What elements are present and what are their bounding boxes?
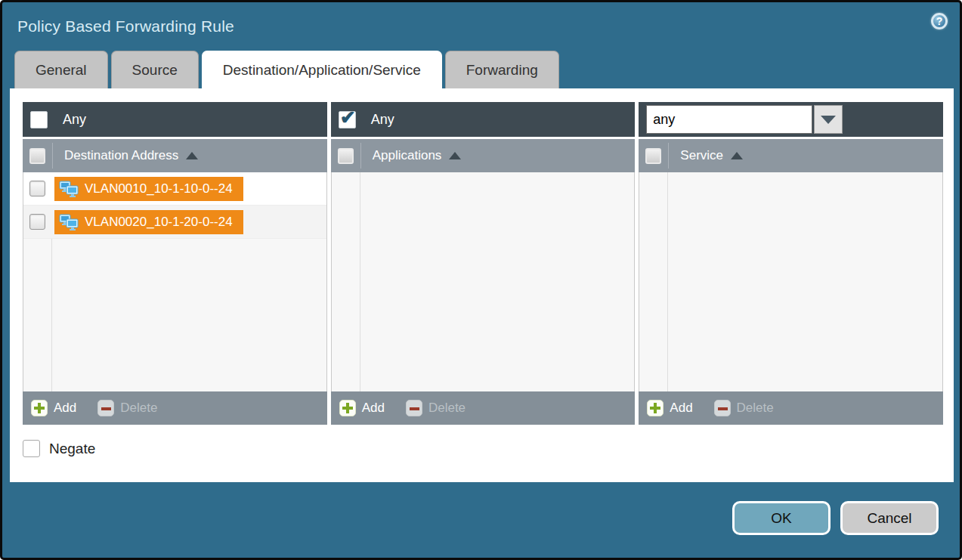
network-address-icon — [59, 181, 79, 197]
destination-footer-bar: Add Delete — [23, 391, 327, 425]
sort-ascending-icon[interactable] — [186, 152, 198, 159]
table-row: VLAN0020_10-1-20-0--24 — [23, 206, 326, 239]
header-divider — [668, 143, 669, 169]
add-service-button[interactable]: Add — [647, 400, 692, 416]
header-divider — [52, 143, 53, 169]
add-icon — [647, 400, 664, 416]
destination-any-bar: Any — [23, 102, 327, 137]
add-icon — [339, 400, 356, 416]
applications-list — [331, 172, 636, 391]
row-checkbox[interactable] — [29, 181, 45, 196]
delete-application-button[interactable]: Delete — [406, 400, 466, 416]
cancel-button[interactable]: Cancel — [840, 501, 939, 535]
tab-bar: General Source Destination/Application/S… — [2, 51, 960, 88]
header-divider — [360, 143, 361, 169]
add-application-button[interactable]: Add — [339, 400, 385, 416]
address-object-name: VLAN0010_10-1-10-0--24 — [85, 181, 233, 196]
applications-any-bar: Any — [331, 102, 636, 137]
delete-icon — [97, 400, 114, 416]
help-icon[interactable]: ? — [931, 13, 948, 29]
tab-content: Any Destination Address — [10, 88, 954, 482]
list-item[interactable]: VLAN0020_10-1-20-0--24 — [54, 210, 243, 234]
destination-any-checkbox[interactable] — [30, 111, 48, 128]
tab-general[interactable]: General — [14, 51, 108, 88]
service-any-bar: any — [639, 102, 943, 137]
policy-based-forwarding-dialog: Policy Based Forwarding Rule ? General S… — [0, 0, 962, 560]
destination-address-column-header: Destination Address — [23, 139, 327, 172]
service-type-value[interactable]: any — [646, 105, 812, 134]
ok-button[interactable]: OK — [732, 501, 831, 535]
network-address-icon — [59, 214, 79, 230]
applications-footer-bar: Add Delete — [331, 391, 636, 425]
service-footer-bar: Add Delete — [639, 391, 943, 425]
delete-icon — [714, 400, 731, 416]
title-bar: Policy Based Forwarding Rule — [2, 2, 960, 51]
delete-destination-button[interactable]: Delete — [97, 400, 157, 416]
chevron-down-icon — [821, 116, 836, 124]
list-item[interactable]: VLAN0010_10-1-10-0--24 — [54, 177, 243, 201]
dropdown-button[interactable] — [814, 105, 843, 134]
address-object-name: VLAN0020_10-1-20-0--24 — [85, 215, 233, 230]
service-column-header: Service — [639, 139, 943, 172]
tab-forwarding[interactable]: Forwarding — [445, 51, 559, 88]
destination-select-all-checkbox[interactable] — [29, 148, 45, 164]
sort-ascending-icon[interactable] — [731, 152, 743, 159]
delete-service-button[interactable]: Delete — [714, 400, 774, 416]
service-header-label[interactable]: Service — [680, 148, 723, 163]
dialog-title: Policy Based Forwarding Rule — [17, 17, 234, 36]
destination-address-list: VLAN0010_10-1-10-0--24 — [23, 172, 327, 391]
tab-destination-application-service[interactable]: Destination/Application/Service — [202, 51, 442, 88]
add-destination-button[interactable]: Add — [31, 400, 76, 416]
destination-address-header-label[interactable]: Destination Address — [64, 148, 178, 163]
table-row: VLAN0010_10-1-10-0--24 — [23, 172, 326, 206]
negate-option: Negate — [23, 440, 943, 457]
add-icon — [31, 400, 48, 416]
service-list — [639, 172, 943, 391]
service-select-all-checkbox[interactable] — [645, 148, 661, 164]
applications-any-checkbox[interactable] — [339, 111, 356, 128]
three-column-layout: Any Destination Address — [23, 102, 943, 425]
tab-source[interactable]: Source — [111, 51, 199, 88]
sort-ascending-icon[interactable] — [449, 152, 461, 159]
applications-panel: Any Applications Add Delete — [331, 102, 636, 425]
negate-label: Negate — [49, 441, 95, 457]
applications-header-label[interactable]: Applications — [373, 148, 442, 163]
service-panel: any Service Add — [639, 102, 943, 425]
row-checkbox[interactable] — [29, 214, 45, 230]
applications-column-header: Applications — [331, 139, 636, 172]
applications-any-label: Any — [371, 112, 394, 128]
service-type-dropdown[interactable]: any — [646, 105, 843, 134]
dialog-button-bar: OK Cancel — [2, 482, 960, 535]
negate-checkbox[interactable] — [23, 440, 40, 457]
delete-icon — [406, 400, 422, 416]
applications-select-all-checkbox[interactable] — [338, 148, 354, 164]
destination-address-panel: Any Destination Address — [23, 102, 327, 425]
destination-any-label: Any — [63, 112, 86, 128]
